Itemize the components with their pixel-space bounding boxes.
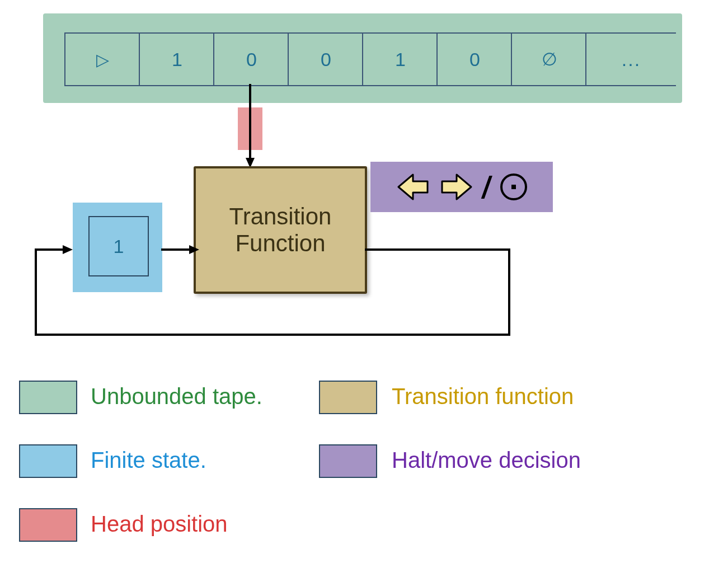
legend-label-head: Head position xyxy=(91,512,228,537)
tape-cell: ∅ xyxy=(511,32,586,86)
tape-cell: ▷ xyxy=(64,32,140,86)
legend-label-transition: Transition function xyxy=(392,384,574,409)
tape-cell-value: 1 xyxy=(172,49,182,71)
halt-move-block: / xyxy=(370,162,553,212)
tape-cell: 1 xyxy=(139,32,214,86)
tape-cell-value: ... xyxy=(622,49,641,71)
turing-machine-diagram: ▷ 1 0 0 1 0 ∅ ... Transition Function xyxy=(0,0,728,577)
legend-swatch-transition xyxy=(319,381,377,414)
legend-label-haltmove: Halt/move decision xyxy=(392,448,581,473)
tape-cell: 1 xyxy=(362,32,438,86)
tape-cell-value: 1 xyxy=(395,49,406,71)
legend-label-state: Finite state. xyxy=(91,448,206,473)
tape-cell: 0 xyxy=(436,32,512,86)
tape-cell-value: 0 xyxy=(469,49,480,71)
legend-label-tape: Unbounded tape. xyxy=(91,384,262,409)
svg-rect-3 xyxy=(511,185,516,189)
feedback-loop-path xyxy=(28,241,520,353)
tape-cell: ... xyxy=(585,32,676,86)
tape-cell-value: ▷ xyxy=(96,50,109,69)
move-left-icon xyxy=(395,171,432,203)
halt-icon xyxy=(499,172,528,201)
svg-marker-6 xyxy=(63,245,73,254)
tape-cell-value: 0 xyxy=(246,49,257,71)
legend-swatch-head xyxy=(19,508,77,542)
halt-move-slash: / xyxy=(481,169,492,205)
tape-cell-value: ∅ xyxy=(542,49,557,70)
tape-cell-value: 0 xyxy=(321,49,331,71)
transition-label-line: Transition xyxy=(229,203,332,230)
legend-swatch-tape xyxy=(19,381,77,414)
legend-swatch-state xyxy=(19,444,77,478)
tape-to-transition-arrow xyxy=(245,84,256,168)
legend-swatch-haltmove xyxy=(319,444,377,478)
tape-cell: 0 xyxy=(213,32,289,86)
move-right-icon xyxy=(438,171,475,203)
tape-cell: 0 xyxy=(288,32,363,86)
